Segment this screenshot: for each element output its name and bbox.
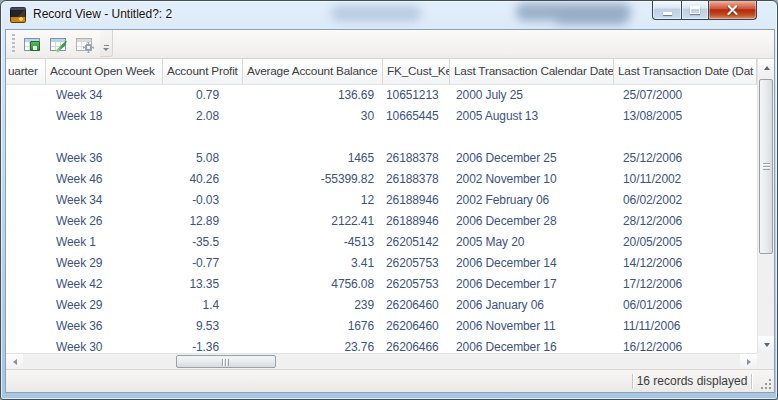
scroll-left-button[interactable]: [6, 354, 23, 369]
table-row[interactable]: Week 2612.892122.41261889462006 December…: [6, 211, 757, 232]
toolbar: [6, 30, 774, 59]
close-icon: [726, 4, 739, 15]
table-row[interactable]: [6, 127, 757, 148]
cell: [243, 127, 383, 148]
window-title: Record View - Untitled?: 2: [33, 7, 172, 21]
column-header-6[interactable]: Last Transaction Date (Dat: [614, 59, 757, 85]
cell: 26188946: [383, 211, 450, 232]
cell: 25/12/2006: [614, 148, 757, 169]
grid-edit-button[interactable]: [46, 33, 70, 55]
column-header-2[interactable]: Account Profit: [163, 59, 243, 85]
cell: 28/12/2006: [614, 211, 757, 232]
glass-reflection: [331, 6, 421, 21]
arrow-down-icon: [764, 343, 770, 347]
client-area: uarterAccount Open WeekAccount ProfitAve…: [5, 29, 775, 393]
record-grid-app-icon: [10, 7, 26, 23]
cell: [614, 127, 757, 148]
cell: Week 36: [46, 148, 163, 169]
window-controls: [652, 1, 757, 20]
arrow-left-icon: [13, 359, 17, 365]
vertical-scrollbar[interactable]: [757, 59, 774, 353]
cell: -0.77: [163, 253, 243, 274]
scroll-up-button[interactable]: [758, 59, 774, 76]
table-row[interactable]: Week 340.79136.69106512132000 July 2525/…: [6, 85, 757, 106]
table-row[interactable]: Week 182.0830106654452005 August 1313/08…: [6, 106, 757, 127]
scroll-down-button[interactable]: [758, 336, 774, 353]
column-header-1[interactable]: Account Open Week: [46, 59, 163, 85]
column-header-4[interactable]: FK_Cust_Key: [383, 59, 450, 85]
arrow-up-icon: [764, 66, 770, 70]
titlebar[interactable]: Record View - Untitled?: 2: [1, 1, 777, 29]
minimize-button[interactable]: [652, 1, 681, 20]
cell: 40.26: [163, 169, 243, 190]
toolbar-overflow-button[interactable]: [100, 30, 113, 57]
maximize-button[interactable]: [681, 1, 709, 20]
horizontal-scrollbar[interactable]: [6, 353, 757, 369]
cell: 1.4: [163, 295, 243, 316]
status-bar: 16 records displayed: [6, 369, 774, 392]
cell: -0.03: [163, 190, 243, 211]
cell: 14/12/2006: [614, 253, 757, 274]
scrollbar-corner: [757, 353, 774, 369]
gear-icon: [84, 43, 93, 52]
cell: 1465: [243, 148, 383, 169]
cell: 2002 November 10: [450, 169, 614, 190]
cell: 23.76: [243, 337, 383, 353]
table-row[interactable]: Week 369.531676262064602006 November 111…: [6, 316, 757, 337]
resize-grip[interactable]: [769, 387, 771, 389]
cell: 239: [243, 295, 383, 316]
cell: [6, 127, 46, 148]
cell: 3.41: [243, 253, 383, 274]
chevron-down-icon: [103, 48, 109, 51]
table-row[interactable]: Week 29-0.773.41262057532006 December 14…: [6, 253, 757, 274]
cell: 11/11/2006: [614, 316, 757, 337]
cell: 4756.08: [243, 274, 383, 295]
grid-rows: Week 340.79136.69106512132000 July 2525/…: [6, 85, 757, 353]
glass-reflection: [516, 3, 631, 21]
cell: Week 46: [46, 169, 163, 190]
table-row[interactable]: Week 4213.354756.08262057532006 December…: [6, 274, 757, 295]
cell: [6, 106, 46, 127]
cell: 26188378: [383, 169, 450, 190]
column-header-0[interactable]: uarter: [6, 59, 46, 85]
vertical-scrollbar-thumb[interactable]: [759, 79, 773, 254]
cell: [6, 232, 46, 253]
cell: 2006 December 17: [450, 274, 614, 295]
cell: 2005 May 20: [450, 232, 614, 253]
column-header-3[interactable]: Average Account Balance: [243, 59, 383, 85]
cell: -4513: [243, 232, 383, 253]
cell: Week 26: [46, 211, 163, 232]
table-row[interactable]: Week 34-0.0312261889462002 February 0606…: [6, 190, 757, 211]
grid-save-button[interactable]: [20, 33, 44, 55]
table-row[interactable]: Week 1-35.5-4513262051422005 May 2020/05…: [6, 232, 757, 253]
cell: Week 34: [46, 190, 163, 211]
cell: 2006 December 14: [450, 253, 614, 274]
minimize-icon: [663, 12, 672, 15]
cell: [450, 127, 614, 148]
table-row[interactable]: Week 365.081465261883782006 December 252…: [6, 148, 757, 169]
column-header-5[interactable]: Last Transaction Calendar Date: [450, 59, 614, 85]
cell: Week 34: [46, 85, 163, 106]
grid-settings-button[interactable]: [72, 33, 96, 55]
cell: [6, 190, 46, 211]
cell: 2006 December 16: [450, 337, 614, 353]
horizontal-scrollbar-thumb[interactable]: [176, 355, 276, 368]
cell: 2002 February 06: [450, 190, 614, 211]
toolbar-grip[interactable]: [12, 34, 15, 54]
record-view-window: Record View - Untitled?: 2 uart: [0, 0, 778, 400]
cell: [46, 127, 163, 148]
cell: [6, 169, 46, 190]
table-row[interactable]: Week 291.4239262064602006 January 0606/0…: [6, 295, 757, 316]
cell: 26205142: [383, 232, 450, 253]
cell: 2000 July 25: [450, 85, 614, 106]
table-row[interactable]: Week 30-1.3623.76262064662006 December 1…: [6, 337, 757, 353]
arrow-right-icon: [747, 359, 751, 365]
cell: [6, 148, 46, 169]
cell: [6, 253, 46, 274]
close-button[interactable]: [709, 1, 757, 20]
scroll-right-button[interactable]: [740, 354, 757, 369]
cell: -1.36: [163, 337, 243, 353]
grid-edit-pencil-icon: [50, 38, 66, 51]
cell: 13.35: [163, 274, 243, 295]
table-row[interactable]: Week 4640.26-55399.82261883782002 Novemb…: [6, 169, 757, 190]
